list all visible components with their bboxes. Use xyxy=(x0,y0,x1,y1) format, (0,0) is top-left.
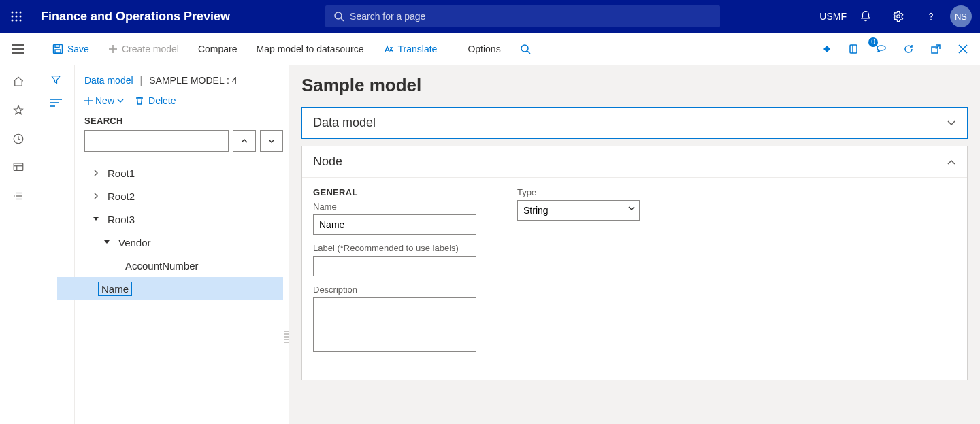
global-search-input[interactable] xyxy=(344,10,712,22)
svg-point-8 xyxy=(20,20,22,22)
group-type: Type xyxy=(517,187,640,229)
panel-data-model[interactable]: Data model xyxy=(301,107,968,139)
search-prev-button[interactable] xyxy=(233,130,256,152)
save-icon xyxy=(52,44,63,54)
tree-node-vendor[interactable]: Vendor xyxy=(84,231,283,254)
favorite-icon[interactable] xyxy=(10,102,27,118)
tree-node-accountnumber[interactable]: AccountNumber xyxy=(84,254,283,277)
tree-search-row xyxy=(84,130,283,152)
create-model-button[interactable]: Create model xyxy=(101,38,186,60)
breadcrumb-root[interactable]: Data model xyxy=(84,75,133,86)
chevron-down-icon xyxy=(117,97,124,104)
svg-rect-27 xyxy=(14,163,23,171)
caret-down-icon[interactable] xyxy=(102,240,112,245)
breadcrumb: Data model | SAMPLE MODEL : 4 xyxy=(84,75,283,86)
main-content: Sample model Data model Node GENERAL Nam… xyxy=(289,65,980,424)
group-general-heading: GENERAL xyxy=(313,187,476,197)
trash-icon xyxy=(135,96,144,105)
compare-button[interactable]: Compare xyxy=(191,38,244,60)
svg-rect-22 xyxy=(850,45,857,53)
svg-rect-17 xyxy=(55,50,61,53)
messages-badge: 0 xyxy=(868,37,878,47)
app-title: Finance and Operations Preview xyxy=(41,10,230,24)
caret-right-icon[interactable] xyxy=(91,193,101,199)
plus-icon xyxy=(108,44,118,54)
chevron-up-icon xyxy=(947,159,956,165)
new-node-button[interactable]: New xyxy=(84,95,124,106)
field-description: Description xyxy=(313,284,476,354)
breadcrumb-sep: | xyxy=(140,75,143,86)
command-separator xyxy=(455,40,455,58)
user-avatar[interactable]: NS xyxy=(950,5,972,27)
page-title: Sample model xyxy=(301,75,968,96)
svg-point-3 xyxy=(12,16,14,18)
left-rail xyxy=(0,65,37,424)
svg-line-21 xyxy=(527,51,530,54)
find-button[interactable] xyxy=(513,38,538,60)
app-launcher-icon[interactable] xyxy=(0,0,33,33)
field-type-select[interactable] xyxy=(517,200,640,221)
popout-icon[interactable] xyxy=(927,40,945,58)
caret-down-icon[interactable] xyxy=(91,216,101,222)
panel-node-body: GENERAL Name Label (*Recommended to use … xyxy=(302,178,967,380)
recent-icon[interactable] xyxy=(10,131,27,147)
tree-node-root2[interactable]: Root2 xyxy=(84,184,283,208)
home-icon[interactable] xyxy=(10,74,27,90)
filter-icon[interactable] xyxy=(50,74,62,86)
chevron-down-icon xyxy=(267,137,276,145)
global-search[interactable] xyxy=(325,5,720,27)
command-bar-right: 0 xyxy=(818,40,972,58)
tree-node-name[interactable]: Name xyxy=(57,277,283,300)
messages-icon[interactable]: 0 xyxy=(872,40,890,58)
modules-icon[interactable] xyxy=(10,188,27,204)
svg-point-0 xyxy=(12,12,14,14)
command-bar-row: Save Create model Compare Map model to d… xyxy=(0,33,980,65)
save-button[interactable]: Save xyxy=(46,38,96,60)
hamburger-icon xyxy=(12,44,24,54)
field-description-input[interactable] xyxy=(313,297,476,352)
panel-node-header[interactable]: Node xyxy=(302,146,967,178)
tree-search-input[interactable] xyxy=(84,130,229,152)
field-label-input[interactable] xyxy=(313,256,476,276)
search-icon xyxy=(520,44,531,54)
search-icon xyxy=(333,11,344,22)
legal-entity[interactable]: USMF xyxy=(819,11,847,22)
tree-node-root1[interactable]: Root1 xyxy=(84,161,283,184)
svg-point-2 xyxy=(20,12,22,14)
refresh-icon[interactable] xyxy=(900,40,917,58)
notifications-icon[interactable] xyxy=(849,0,882,33)
panel-node: Node GENERAL Name Label (*Recommended to… xyxy=(301,146,968,380)
help-icon[interactable] xyxy=(915,0,947,33)
field-name-input[interactable] xyxy=(313,214,476,235)
delete-node-button[interactable]: Delete xyxy=(135,95,176,106)
field-description-label: Description xyxy=(313,284,476,295)
svg-point-4 xyxy=(16,16,18,18)
workspaces-icon[interactable] xyxy=(10,159,27,176)
svg-point-20 xyxy=(521,45,528,52)
caret-right-icon[interactable] xyxy=(91,169,101,176)
svg-point-11 xyxy=(897,15,900,18)
model-tree: Root1 Root2 Root3 Vendor AccountNumber N… xyxy=(84,161,283,300)
settings-icon[interactable] xyxy=(882,0,915,33)
search-next-button[interactable] xyxy=(260,130,283,152)
field-label: Label (*Recommended to use labels) xyxy=(313,243,476,276)
nav-toggle[interactable] xyxy=(0,33,37,65)
command-bar: Save Create model Compare Map model to d… xyxy=(37,33,980,65)
field-type-label: Type xyxy=(517,187,640,197)
field-label-label: Label (*Recommended to use labels) xyxy=(313,243,476,253)
map-model-button[interactable]: Map model to datasource xyxy=(250,38,371,60)
chevron-up-icon xyxy=(240,137,248,145)
options-button[interactable]: Options xyxy=(461,38,507,60)
translate-button[interactable]: Translate xyxy=(376,38,444,60)
close-icon[interactable] xyxy=(954,40,972,58)
tree-node-root3[interactable]: Root3 xyxy=(84,208,283,231)
open-new-icon[interactable] xyxy=(845,40,863,58)
sort-icon[interactable] xyxy=(50,98,62,108)
attachments-icon[interactable] xyxy=(818,40,836,58)
breadcrumb-current: SAMPLE MODEL : 4 xyxy=(149,75,237,86)
svg-line-10 xyxy=(341,18,344,21)
resize-handle[interactable] xyxy=(284,331,289,344)
panel-data-model-title: Data model xyxy=(313,116,376,130)
svg-point-1 xyxy=(16,12,18,14)
filter-rail xyxy=(37,65,75,424)
